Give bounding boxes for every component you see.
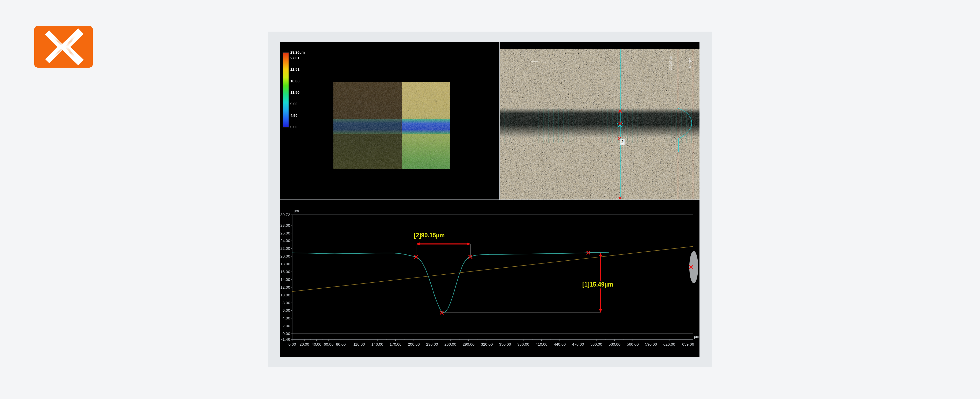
y-tick-label: 0.00 — [283, 331, 290, 336]
y-tick-label: 14.00 — [280, 277, 290, 281]
x-tick-label: 380.00 — [517, 342, 529, 347]
height-map-image[interactable] — [333, 82, 450, 169]
x-tick-label: 60.00 — [324, 342, 334, 347]
height-map-left-half — [333, 82, 402, 169]
y-tick-label: -1.46 — [281, 337, 290, 342]
y-tick-label: 10.00 — [280, 293, 290, 297]
reference-line — [292, 246, 693, 291]
x-tick-label: 470.00 — [572, 342, 584, 347]
plot-frame — [292, 215, 693, 339]
y-tick-label: 4.00 — [283, 316, 290, 320]
x-tick-label: 590.00 — [645, 342, 657, 347]
x-tick-label: 200.00 — [408, 342, 420, 347]
colorbar-tick-label: 0.00 — [290, 125, 298, 129]
x-tick-label: 659.06 — [682, 342, 694, 347]
x-tick-label: 440.00 — [554, 342, 566, 347]
page: { "page": {"background": "#f4f5f7", "pan… — [0, 0, 980, 399]
y-tick-label: 28.00 — [280, 223, 290, 227]
x-tick-label: 530.00 — [608, 342, 620, 347]
y-tick-label: 30.72 — [280, 213, 290, 217]
microscope-view[interactable]: 209.95µm 5.45µm 2 — [500, 42, 700, 199]
x-tick-label: 170.00 — [390, 342, 402, 347]
x-tick-label: 350.00 — [499, 342, 511, 347]
y-tick-label: 12.00 — [280, 285, 290, 289]
inline-profile-curve — [678, 108, 692, 153]
profile-position-marker[interactable] — [402, 119, 402, 134]
x-axis-unit: µm — [694, 334, 699, 339]
x-tick-label: 560.00 — [627, 342, 639, 347]
colorbar-tick-label: 29.26µm — [290, 51, 305, 54]
x-tick-label: 0.00 — [288, 342, 296, 347]
y-tick-label: 16.00 — [280, 269, 290, 274]
depth-measurement-label: [1]15.49µm — [582, 281, 613, 288]
y-tick-label: 24.00 — [280, 238, 290, 243]
x-tick-label: 410.00 — [536, 342, 547, 347]
y-tick-label: 20.00 — [280, 254, 290, 258]
section-number-badge: 2 — [620, 139, 625, 145]
colorbar-tick-label: 9.00 — [290, 102, 298, 106]
quadrant-divider-vertical — [499, 42, 500, 200]
x-tick-label: 320.00 — [481, 342, 493, 347]
x-tick-label: 620.00 — [663, 342, 675, 347]
groove-band-bright — [402, 119, 450, 134]
height-colorbar — [283, 52, 289, 127]
colorbar-tick-label: 27.01 — [290, 56, 299, 60]
x-tick-label: 20.00 — [299, 342, 309, 347]
colorbar-tick-label: 22.51 — [290, 68, 299, 71]
scale-dash — [531, 61, 538, 62]
y-tick-label: 22.00 — [280, 246, 290, 251]
measurement-app-panel: 29.26µm27.0122.5118.0013.509.004.500.00 — [268, 32, 712, 367]
profile-chart[interactable]: 30.7228.0026.0024.0022.0020.0018.0016.00… — [280, 200, 700, 357]
x-tick-label: 140.00 — [371, 342, 383, 347]
colorbar-tick-label: 13.50 — [290, 91, 299, 94]
y-tick-label: 26.00 — [280, 231, 290, 235]
x-tick-label: 260.00 — [444, 342, 456, 347]
x-tick-label: 500.00 — [590, 342, 602, 347]
y-tick-label: 8.00 — [283, 300, 290, 305]
y-tick-label: 18.00 — [280, 262, 290, 266]
y-tick-label: 6.00 — [283, 308, 290, 312]
height-map-right-half — [402, 82, 450, 169]
groove-band-dim — [333, 119, 402, 134]
section-distance-label-2: 5.45µm — [688, 57, 692, 68]
x-tick-label: 80.00 — [336, 342, 346, 347]
microscope-image[interactable]: 209.95µm 5.45µm 2 — [500, 49, 700, 199]
y-axis-unit: µm — [294, 209, 299, 213]
width-measurement-label: [2]90.15µm — [414, 232, 445, 238]
viewer-content-area: 29.26µm27.0122.5118.0013.509.004.500.00 — [280, 42, 700, 357]
colorbar-tick-label: 4.50 — [290, 114, 298, 118]
colorbar-tick-label: 18.00 — [290, 79, 299, 83]
y-tick-label: 2.00 — [283, 324, 290, 328]
x-tick-label: 230.00 — [426, 342, 438, 347]
height-map-view[interactable]: 29.26µm27.0122.5118.0013.509.004.500.00 — [280, 42, 499, 199]
x-tick-label: 110.00 — [353, 342, 365, 347]
x-tick-label: 290.00 — [463, 342, 474, 347]
section-distance-label: 209.95µm — [669, 56, 673, 70]
x-tick-label: 40.00 — [312, 342, 321, 347]
brand-logo[interactable] — [34, 26, 93, 68]
